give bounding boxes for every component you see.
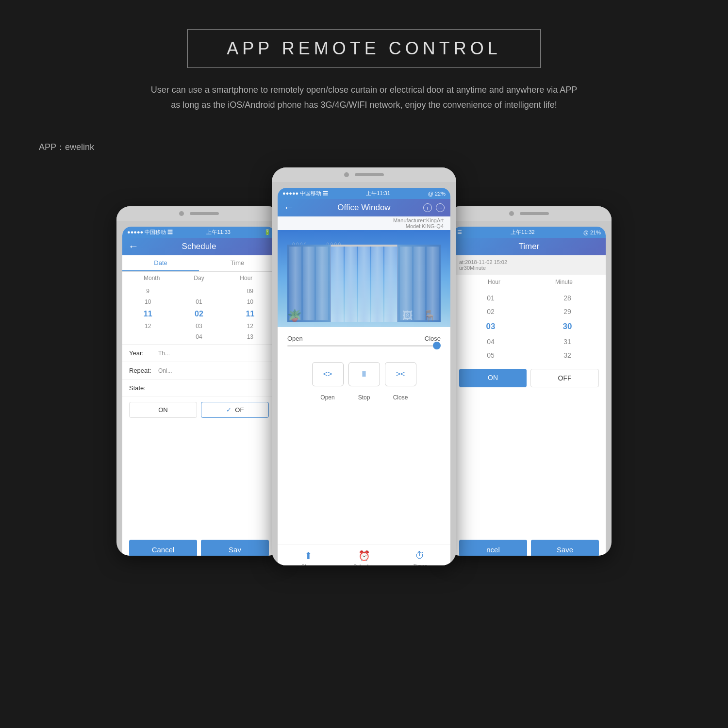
center-time: 上午11:31 [366,190,390,197]
month-row-empty [122,332,173,343]
center-back-arrow[interactable]: ← [283,201,294,214]
nav-schedule[interactable]: ⏰ Schedule [353,550,376,565]
picker-header: Month Day Hour [122,272,276,284]
ctrl-labels: Open Stop Close [278,394,450,406]
stop-button[interactable]: ⏸ [348,362,380,386]
nav-share[interactable]: ⬆ Share [301,550,315,565]
schedule-tabs: Date Time [122,255,276,272]
right-cancel-button[interactable]: ncel [459,540,527,556]
info-icon[interactable]: i [423,203,432,212]
minute-29: 29 [529,305,606,318]
left-status-bar: ●●●●● 中国移动 ☰ 上午11:33 🔋 [122,227,276,238]
center-header-title: Office Window [337,203,390,212]
left-back-arrow[interactable]: ← [128,240,139,253]
minute-col-header: Minute [529,279,599,285]
left-app-header: ← Schedule [122,238,276,255]
more-icon[interactable]: ··· [436,203,445,212]
month-row-10: 10 [122,297,173,308]
left-battery: 🔋 [264,229,271,235]
minute-32: 32 [529,348,606,362]
phones-container: ●●●●● 中国移动 ☰ 上午11:33 🔋 ← Schedule Date T… [0,158,728,575]
center-status-bar: ●●●●● 中国移动 ☰ 上午11:31 @ 22% [278,188,450,199]
slider-area: Open Close [278,327,450,354]
col-month-header: Month [128,275,175,281]
slider-thumb[interactable] [433,342,441,349]
state-row-label: State: [122,380,276,397]
nav-timer[interactable]: ⏱ Timer [413,550,427,565]
day-row-02[interactable]: 02 [173,307,224,321]
state-buttons: ON ✓ OF [122,397,276,423]
phone-left: ●●●●● 中国移动 ☰ 上午11:33 🔋 ← Schedule Date T… [116,206,281,556]
hour-04: 04 [452,335,529,348]
right-header-title: Timer [519,242,540,251]
tab-date[interactable]: Date [122,255,199,271]
state-label: State: [129,384,158,392]
hour-01: 01 [452,291,529,305]
nav-schedule-label: Schedule [353,563,376,565]
hour-05: 05 [452,348,529,362]
left-phone-camera [179,211,184,216]
left-bottom-btns: Cancel Sav [122,535,276,556]
title-box: APP REMOTE CONTROL [187,29,540,68]
right-phone-speaker [520,212,549,215]
picture-icon: 🖼 [402,310,413,322]
left-time: 上午11:33 [206,229,231,236]
stop-btn-label: Stop [348,394,380,401]
tab-time[interactable]: Time [199,255,276,271]
on-off-buttons: ON OFF [452,364,606,392]
model-name: Model:KING-Q4 [284,223,444,229]
open-button[interactable]: <> [312,362,344,386]
cancel-button[interactable]: Cancel [129,540,197,556]
right-time: 上午11:32 [511,229,535,236]
slider-labels: Open Close [287,335,441,342]
day-row-01: 01 [173,297,224,308]
time-picker: 01 02 03 04 05 28 29 30 31 32 [452,289,606,364]
right-save-button[interactable]: Save [531,540,599,556]
slider-close-label: Close [425,335,441,342]
off-button[interactable]: OFF [530,369,599,387]
timer-info-line1: at:2018-11-02 15:02 [459,259,599,265]
state-off-btn[interactable]: ✓ OF [201,402,269,418]
save-button[interactable]: Sav [201,540,269,556]
month-row-11[interactable]: 11 [122,307,173,321]
timer-info: at:2018-11-02 15:02 ur30Minute [452,255,606,275]
slider-track[interactable] [287,345,441,347]
month-row-9: 9 [122,286,173,297]
picker-cols: 9 10 11 12 01 02 03 04 09 10 11 [122,284,276,345]
left-header-title: Schedule [182,242,216,251]
phone-center-screen: ●●●●● 中国移动 ☰ 上午11:31 @ 22% ← Office Wind… [278,188,450,565]
center-header-icons: i ··· [423,203,445,212]
col-hour: 09 10 11 12 13 [225,286,276,342]
close-button[interactable]: >< [385,362,416,386]
right-wifi: ☰ [457,229,462,235]
right-phone-camera [509,211,514,216]
share-icon: ⬆ [304,550,313,562]
room-elements: 🖼 🪑 [402,310,436,322]
check-icon: ✓ [226,406,232,414]
center-carrier: ●●●●● 中国移动 ☰ [282,190,328,197]
timer-info-line2: ur30Minute [459,265,599,271]
phone-center: ●●●●● 中国移动 ☰ 上午11:31 @ 22% ← Office Wind… [272,167,456,565]
minute-30[interactable]: 30 [529,318,606,335]
on-button[interactable]: ON [459,369,527,387]
hour-row-13: 13 [225,332,276,343]
center-phone-camera [344,172,349,177]
col-day: 01 02 03 04 [173,286,224,342]
close-btn-label: Close [385,394,416,401]
repeat-label: Repeat: [129,367,158,374]
state-on-btn[interactable]: ON [129,402,197,418]
open-btn-label: Open [312,394,344,401]
hour-03[interactable]: 03 [452,318,529,335]
app-label: APP：ewelink [0,127,728,158]
hour-picker-col: 01 02 03 04 05 [452,291,529,362]
col-hour-header: Hour [223,275,270,281]
right-app-header: Timer [452,238,606,255]
phone-right: ☰ 上午11:32 @ 21% Timer at:2018-11-02 15:0… [447,206,612,556]
right-bottom-btns: ncel Save [452,535,606,556]
nav-timer-label: Timer [413,563,427,565]
phone-right-topbar [447,206,612,221]
manufacturer-info: Manufacturer:KingArt Model:KING-Q4 [278,216,450,230]
day-row-04: 04 [173,332,224,343]
hour-row-11[interactable]: 11 [225,307,276,321]
phone-left-topbar [116,206,281,221]
